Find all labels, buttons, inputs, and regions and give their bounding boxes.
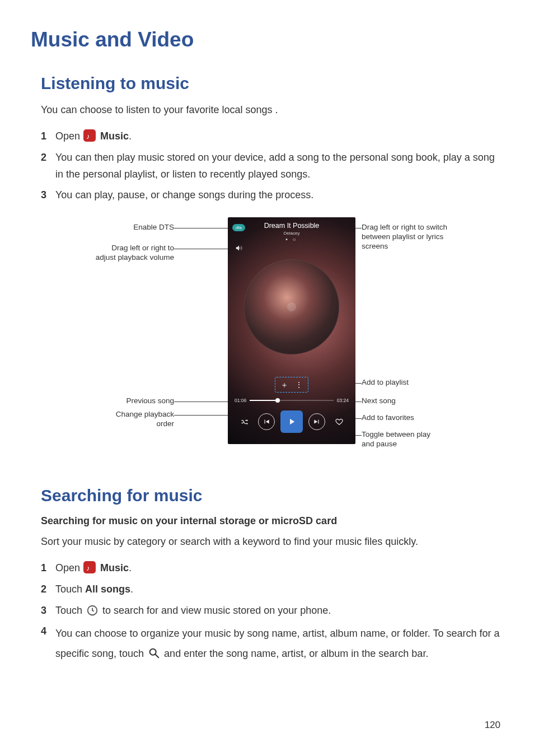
searching-heading: Searching for music	[41, 486, 503, 505]
callout-text: Change playback order	[116, 410, 174, 428]
step-body: Open Music.	[55, 560, 503, 577]
callout-text: Add to favorites	[362, 413, 414, 422]
step-row: 3 You can play, pause, or change songs d…	[41, 187, 503, 204]
step-body: You can then play music stored on your d…	[55, 150, 503, 183]
step-body: Touch All songs.	[55, 581, 503, 598]
song-title: Dream It Possible	[228, 222, 355, 230]
shuffle-icon[interactable]	[236, 414, 252, 430]
page-dots[interactable]: • ○	[228, 236, 355, 242]
music-app-icon	[83, 129, 96, 142]
step-row: 1 Open Music.	[41, 128, 503, 145]
callout-enable-dts: Enable DTS	[101, 223, 174, 232]
add-playlist-icon[interactable]: ＋	[278, 379, 291, 390]
step-text: to search for and view music stored on y…	[102, 605, 331, 616]
doc-title: Music and Video	[31, 28, 503, 52]
step-text: Touch	[55, 584, 85, 595]
searching-subheading: Searching for music on your internal sto…	[41, 515, 503, 527]
app-name: Music	[100, 562, 129, 573]
progress-track[interactable]	[250, 400, 333, 401]
album-art[interactable]	[244, 259, 339, 354]
step-number: 1	[41, 128, 55, 145]
step-text: and enter the song name, artist, or albu…	[164, 648, 428, 659]
step-number: 1	[41, 560, 55, 577]
song-artist: Delacey	[228, 231, 355, 236]
svg-point-1	[150, 649, 156, 655]
step-text: Open	[55, 130, 83, 142]
step-number: 4	[41, 623, 55, 664]
search-icon	[148, 646, 160, 658]
next-button[interactable]	[308, 413, 325, 430]
play-button[interactable]	[280, 410, 303, 433]
previous-button[interactable]	[258, 413, 275, 430]
favorite-icon[interactable]	[331, 414, 347, 430]
step-body: Open Music.	[55, 128, 503, 145]
step-text: .	[129, 130, 132, 142]
callout-drag-volume: Drag left or right to adjust playback vo…	[85, 244, 174, 263]
callout-switch-screens: Drag left or right to switch between pla…	[362, 223, 447, 251]
step-text: Open	[55, 562, 83, 573]
step-row: 2 Touch All songs.	[41, 581, 503, 598]
more-options-icon[interactable]: ⋮	[292, 379, 306, 390]
volume-icon[interactable]	[235, 244, 243, 253]
app-name: Music	[100, 130, 129, 142]
searching-steps: 1 Open Music. 2 Touch All songs. 3 Touch	[41, 560, 503, 664]
step-number: 3	[41, 187, 55, 204]
step-body: You can play, pause, or change songs dur…	[55, 187, 503, 204]
refresh-scan-icon	[86, 604, 99, 617]
callout-text: Drag left or right to adjust playback vo…	[96, 244, 174, 262]
touch-target: All songs	[85, 584, 130, 595]
progress-row: 01:06 03:24	[235, 398, 349, 403]
time-total: 03:24	[337, 398, 349, 403]
listening-intro: You can choose to listen to your favorit…	[41, 103, 503, 117]
music-app-icon	[83, 561, 96, 573]
step-text: .	[129, 562, 132, 573]
callout-toggle-play: Toggle between play and pause	[362, 430, 430, 449]
callout-change-order: Change playback order	[96, 410, 174, 429]
highlight-box: ＋ ⋮	[275, 377, 309, 393]
page-number: 120	[485, 720, 500, 731]
step-row: 2 You can then play music stored on your…	[41, 150, 503, 183]
callout-text: Add to playlist	[362, 378, 409, 386]
song-info: Dream It Possible Delacey • ○	[228, 222, 355, 242]
listening-steps: 1 Open Music. 2 You can then play music …	[41, 128, 503, 204]
callout-text: Toggle between play and pause	[362, 430, 430, 448]
phone-screenshot: dts Dream It Possible Delacey • ○ ＋ ⋮	[228, 217, 355, 444]
section-listening: Listening to music You can choose to lis…	[41, 74, 503, 664]
step-text: Touch	[55, 605, 85, 616]
svg-line-2	[156, 655, 159, 658]
step-text: .	[130, 584, 133, 595]
step-row: 4 You can choose to organize your music …	[41, 623, 503, 664]
callout-add-playlist: Add to playlist	[362, 378, 409, 388]
searching-intro: Sort your music by category or search wi…	[41, 535, 503, 549]
step-number: 2	[41, 150, 55, 183]
step-body: You can choose to organize your music by…	[55, 623, 503, 664]
step-row: 1 Open Music.	[41, 560, 503, 577]
time-elapsed: 01:06	[235, 398, 246, 403]
callout-add-favorites: Add to favorites	[362, 413, 414, 423]
step-number: 2	[41, 581, 55, 598]
page: Music and Video Listening to music You c…	[0, 0, 534, 756]
callout-text: Next song	[362, 396, 396, 405]
step-row: 3 Touch to search for and view music sto…	[41, 603, 503, 619]
controls-row	[228, 410, 355, 433]
callout-previous-song: Previous song	[113, 396, 174, 406]
callout-text: Drag left or right to switch between pla…	[362, 223, 447, 250]
callout-next-song: Next song	[362, 396, 396, 406]
step-body: Touch to search for and view music store…	[55, 603, 503, 619]
music-player-figure: Enable DTS Drag left or right to adjust …	[71, 217, 474, 464]
callout-text: Previous song	[126, 396, 174, 405]
callout-text: Enable DTS	[133, 223, 174, 231]
step-number: 3	[41, 603, 55, 619]
add-row: ＋ ⋮	[228, 377, 355, 393]
listening-heading: Listening to music	[41, 74, 503, 93]
